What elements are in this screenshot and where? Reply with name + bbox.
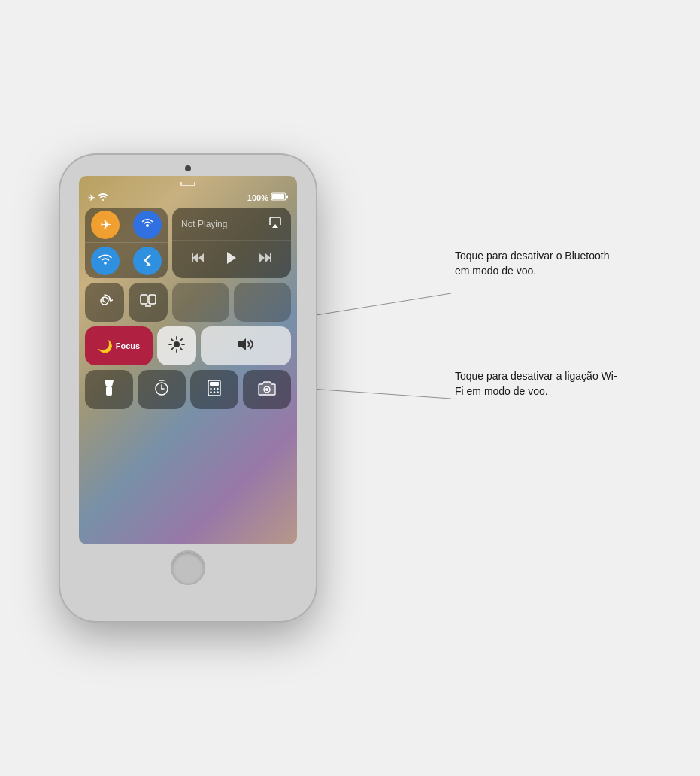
- media-controls: [172, 241, 291, 278]
- svg-point-38: [210, 391, 211, 393]
- calculator-icon: [208, 380, 221, 400]
- svg-marker-10: [227, 252, 236, 264]
- orientation-lock-button[interactable]: [85, 283, 124, 322]
- focus-button[interactable]: 🌙 Focus: [85, 326, 153, 365]
- airplane-mode-icon: ✈: [88, 193, 95, 203]
- orientation-lock-icon: [96, 293, 113, 313]
- row-utilities: [85, 370, 291, 409]
- front-camera: [185, 165, 191, 171]
- wifi-button[interactable]: [85, 243, 126, 278]
- svg-rect-28: [106, 386, 112, 396]
- row-middle-controls: [85, 283, 291, 322]
- battery-icon: [271, 192, 288, 203]
- airplane-mode-button[interactable]: ✈: [85, 208, 126, 243]
- svg-point-39: [214, 391, 215, 393]
- play-button[interactable]: [226, 251, 238, 268]
- wifi-annotation-text: Toque para desativar a ligação Wi-Fi em …: [455, 368, 620, 399]
- calculator-button[interactable]: [190, 370, 238, 409]
- svg-marker-7: [192, 253, 198, 262]
- svg-rect-15: [141, 295, 147, 304]
- screen: ✈ 100%: [79, 176, 297, 544]
- bluetooth-button[interactable]: ☇: [126, 243, 168, 278]
- svg-line-26: [171, 347, 173, 349]
- svg-point-36: [214, 387, 215, 389]
- device-shell: ✈ 100%: [60, 155, 316, 621]
- focus-icon: 🌙: [98, 339, 113, 353]
- camera-icon: [258, 380, 276, 399]
- svg-line-25: [180, 338, 182, 340]
- control-center-grid: ✈: [79, 205, 297, 544]
- svg-point-42: [265, 388, 268, 391]
- media-top: Not Playing: [172, 208, 291, 241]
- svg-marker-11: [265, 253, 271, 262]
- wifi-status-icon: [98, 192, 108, 203]
- svg-point-35: [210, 387, 211, 389]
- svg-rect-3: [272, 194, 284, 199]
- empty-tile-1: [172, 283, 229, 322]
- svg-line-23: [171, 338, 173, 340]
- brightness-icon: [168, 336, 185, 356]
- airplay-icon[interactable]: [268, 216, 282, 232]
- flashlight-button[interactable]: [85, 370, 133, 409]
- svg-marker-8: [198, 253, 204, 262]
- flashlight-icon: [102, 379, 116, 401]
- timer-icon: [153, 380, 170, 400]
- svg-point-14: [101, 297, 108, 305]
- svg-marker-27: [238, 338, 246, 350]
- svg-rect-16: [149, 295, 156, 304]
- connectivity-block: ✈: [85, 208, 168, 278]
- bluetooth-icon: ☇: [143, 252, 151, 270]
- svg-rect-13: [270, 253, 271, 262]
- wifi-annotation: Toque para desativar a ligação Wi-Fi em …: [455, 368, 620, 399]
- svg-point-40: [217, 391, 218, 393]
- svg-marker-12: [259, 253, 265, 262]
- camera-button[interactable]: [243, 370, 291, 409]
- battery-percentage: 100%: [247, 193, 268, 202]
- svg-point-5: [146, 224, 149, 227]
- screen-mirror-button[interactable]: [129, 283, 168, 322]
- status-bar: ✈ 100%: [79, 189, 297, 205]
- row-focus-brightness-volume: 🌙 Focus: [85, 326, 291, 365]
- bluetooth-annotation: Toque para desativar o Bluetooth em modo…: [455, 248, 620, 279]
- hotspot-icon: [140, 216, 155, 235]
- svg-point-37: [217, 387, 218, 389]
- svg-point-18: [174, 341, 180, 347]
- media-title: Not Playing: [181, 219, 227, 229]
- focus-label: Focus: [116, 341, 140, 350]
- svg-rect-34: [210, 382, 219, 386]
- hotspot-button[interactable]: [126, 208, 168, 243]
- svg-line-24: [180, 347, 182, 349]
- volume-button[interactable]: [201, 326, 291, 365]
- volume-icon: [237, 337, 255, 356]
- empty-tile-2: [234, 283, 291, 322]
- svg-rect-4: [286, 196, 288, 199]
- bluetooth-annotation-text: Toque para desativar o Bluetooth em modo…: [455, 248, 620, 279]
- screen-mirror-icon: [140, 294, 156, 311]
- svg-point-6: [104, 262, 107, 265]
- prev-track-button[interactable]: [192, 252, 205, 268]
- timer-button[interactable]: [138, 370, 186, 409]
- next-track-button[interactable]: [258, 252, 271, 268]
- media-block: Not Playing: [172, 208, 291, 278]
- wifi-icon: [98, 253, 113, 268]
- brightness-button[interactable]: [157, 326, 196, 365]
- home-button[interactable]: [171, 550, 205, 585]
- svg-rect-9: [192, 253, 193, 262]
- airplane-icon: ✈: [100, 217, 111, 233]
- row-connectivity-media: ✈: [85, 208, 291, 278]
- drag-handle[interactable]: [79, 176, 297, 186]
